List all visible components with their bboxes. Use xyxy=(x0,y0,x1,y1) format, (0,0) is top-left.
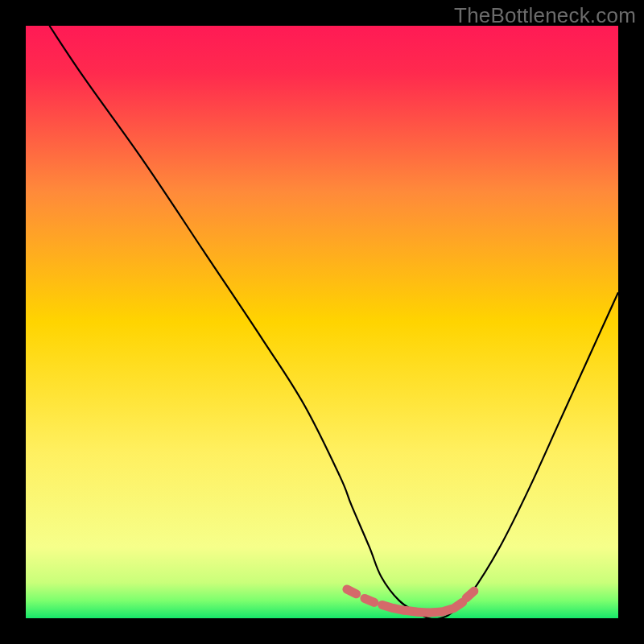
gradient-background xyxy=(26,26,618,618)
chart-frame: TheBottleneck.com xyxy=(0,0,644,644)
watermark-text: TheBottleneck.com xyxy=(454,3,636,28)
plot-area xyxy=(26,26,618,618)
bottleneck-chart xyxy=(26,26,618,618)
